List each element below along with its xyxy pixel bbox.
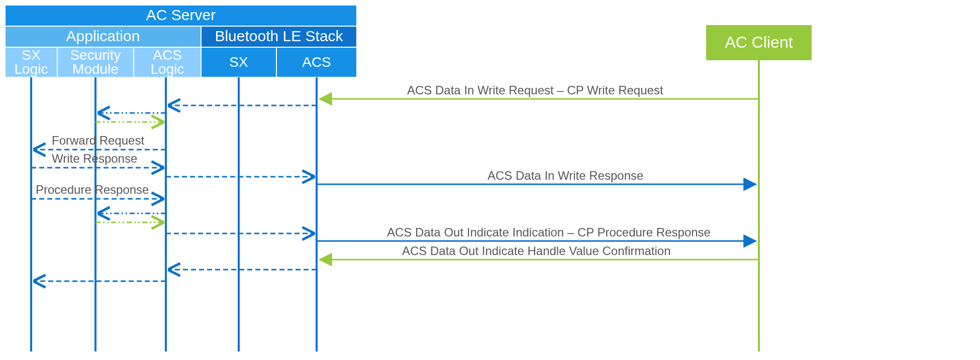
participant-security-l2: Module xyxy=(72,61,119,77)
msg-procedure-response-label: Procedure Response xyxy=(36,183,149,196)
participant-client-label: AC Client xyxy=(725,33,793,51)
header-ble-label: Bluetooth LE Stack xyxy=(215,28,343,44)
header-server-label: AC Server xyxy=(146,7,216,23)
msg-indication-label: ACS Data Out Indicate Indication – CP Pr… xyxy=(387,225,711,239)
participant-acs-logic-l2: Logic xyxy=(151,61,184,77)
msg-write-request-label: ACS Data In Write Request – CP Write Req… xyxy=(407,83,663,97)
participant-sx-logic-l1: SX xyxy=(22,47,41,63)
svg-text:Security: Security xyxy=(70,47,121,63)
svg-text:Module: Module xyxy=(72,61,119,77)
participant-security-l1: Security xyxy=(70,47,121,63)
msg-write-response-label: ACS Data In Write Response xyxy=(487,169,643,182)
participant-acs-logic-l1: ACS xyxy=(153,47,182,63)
svg-text:SX: SX xyxy=(22,47,41,63)
msg-write-response-internal-label: Write Response xyxy=(52,152,137,165)
msg-forward-request-label: Forward Request xyxy=(52,134,144,147)
msg-confirmation-label: ACS Data Out Indicate Handle Value Confi… xyxy=(402,244,671,258)
participant-acs-label: ACS xyxy=(302,54,331,70)
header-application-label: Application xyxy=(66,28,140,44)
participant-sx-label: SX xyxy=(229,54,248,70)
svg-text:ACS: ACS xyxy=(153,47,182,63)
svg-text:Logic: Logic xyxy=(15,61,48,77)
svg-text:Logic: Logic xyxy=(151,61,184,77)
sequence-diagram: AC Server Application Bluetooth LE Stack… xyxy=(0,0,980,360)
participant-sx-logic-l2: Logic xyxy=(15,61,48,77)
